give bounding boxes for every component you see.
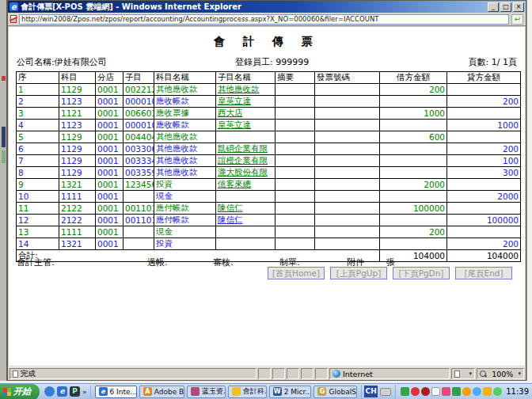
shield-green-icon[interactable] (452, 387, 461, 396)
antivirus-icon[interactable] (421, 387, 430, 396)
cell-debit: 200 (380, 84, 447, 96)
globalscape-icon: G (317, 387, 326, 396)
contact-icon[interactable] (442, 387, 450, 396)
task-word-group[interactable]: W 2 Micr... ▾ (269, 386, 312, 398)
sign-audit: 審核: (213, 256, 234, 268)
end-page-button[interactable]: [尾頁End] (455, 267, 512, 279)
header-debit: 借方金額 (380, 72, 447, 84)
cell-subject_name: 現金 (154, 226, 216, 238)
cell-debit (380, 191, 447, 203)
system-tray: 11:39 (395, 385, 532, 399)
cell-branch: 0001 (96, 203, 124, 215)
table-row: 311210001006603應收票據西大店1000 (17, 108, 521, 120)
cell-credit: 200 (447, 143, 521, 155)
go-button[interactable]: ↩ (511, 14, 523, 25)
cell-subject_name: 其他應收款 (154, 84, 216, 96)
start-button[interactable]: 开始 (0, 384, 40, 399)
task-globalscape[interactable]: G GlobalS... (314, 386, 357, 398)
maximize-button[interactable]: □ (500, 2, 511, 12)
folder-sync-icon[interactable] (401, 387, 409, 396)
cell-subject_name: 應收帳款 (154, 96, 216, 108)
cell-debit (380, 155, 447, 167)
status-segment-empty (301, 368, 314, 379)
page-down-button[interactable]: [下頁PgDn] (393, 267, 450, 279)
shield-yellow-icon[interactable] (483, 387, 492, 396)
zoom-level: 100% (492, 370, 513, 378)
cell-sub_name (216, 238, 276, 250)
cell-subject: 1123 (59, 96, 96, 108)
cell-subject: 1121 (59, 108, 96, 120)
cell-branch: 0001 (96, 226, 124, 238)
cell-sub_name[interactable]: 瀧大股份有限 (216, 167, 276, 179)
cell-sub_name[interactable]: 陳信仁 (216, 215, 276, 226)
cell-debit (380, 96, 447, 108)
cell-invoice (315, 179, 380, 191)
cell-sub: 004404 (124, 131, 154, 143)
language-indicator[interactable]: CH (364, 386, 378, 397)
task-lanyu-app[interactable]: 蓝玉资... (187, 386, 226, 398)
cell-sub_name[interactable]: 凱碩企業有限 (216, 143, 276, 155)
cell-branch: 0001 (96, 108, 124, 120)
cell-sub_name[interactable]: 陳信仁 (216, 203, 276, 215)
task-accounting-folder[interactable]: 會計科... (228, 386, 267, 398)
task-label: Adobe B... (154, 388, 184, 396)
page-title: 會 計 傳 票 (9, 35, 525, 49)
clock[interactable]: 11:39 (506, 387, 529, 396)
fox-icon[interactable] (462, 387, 471, 396)
home-page-button[interactable]: [首頁Home] (268, 267, 325, 279)
app-icon (191, 387, 200, 396)
task-label: 2 Micr... (284, 388, 312, 396)
cell-invoice (315, 155, 380, 167)
cell-summary (276, 226, 315, 238)
cell-credit: 1000 (447, 120, 521, 131)
photoshop-icon[interactable]: P (70, 386, 80, 397)
table-row: 1011110001現金2000 (17, 191, 521, 203)
notes-icon[interactable] (431, 387, 440, 396)
header-subject-name: 科目名稱 (154, 72, 216, 84)
url-input[interactable]: http://win2008/Zpos.net/zpos/report/acco… (19, 14, 509, 25)
cell-summary (276, 143, 315, 155)
printer-icon[interactable] (380, 388, 391, 396)
status-segment-empty (258, 368, 271, 379)
cell-branch: 0001 (96, 238, 124, 250)
quick-launch: e P » (41, 386, 91, 398)
cell-invoice (315, 191, 380, 203)
network-icon[interactable] (473, 387, 481, 396)
qq-icon[interactable] (411, 387, 420, 396)
zoom-control[interactable]: 100% ▾ (477, 368, 524, 379)
overflow-chevron-icon[interactable]: » (82, 388, 87, 396)
cell-branch: 0001 (96, 96, 124, 108)
voucher-table: 序 科目 分店 子目 科目名稱 子目名稱 摘要 發票號碼 借方金額 貸方金額 1… (16, 71, 521, 262)
cell-summary (276, 84, 315, 96)
cell-branch: 0001 (96, 84, 124, 96)
minimize-button[interactable]: _ (488, 2, 499, 12)
cell-sub_name[interactable]: 皇英立達 (216, 96, 276, 108)
ie-icon: e (10, 2, 18, 11)
cell-subject_name: 應付帳款 (154, 215, 216, 226)
ie-icon[interactable]: e (57, 386, 67, 397)
task-adobe[interactable]: A Adobe B... (139, 386, 184, 398)
zone-label: Internet (343, 370, 373, 378)
task-ie-group[interactable]: e 6 Inte... ▾ (95, 386, 137, 398)
cell-sub_name[interactable]: 誼橙企業有限 (216, 155, 276, 167)
update-icon[interactable] (493, 387, 502, 396)
cell-sub_name[interactable]: 皇英立達 (216, 120, 276, 131)
page-up-button[interactable]: [上頁PgUp] (330, 267, 387, 279)
cell-sub_name[interactable]: 西大店 (216, 108, 276, 120)
cell-invoice (315, 167, 380, 179)
messenger-icon[interactable] (44, 386, 55, 397)
cell-branch: 0001 (96, 143, 124, 155)
close-button[interactable]: × (513, 2, 524, 12)
cell-seq: 13 (17, 226, 59, 238)
task-label: 6 Inte... (110, 388, 137, 396)
cell-debit (380, 238, 447, 250)
protected-mode-segment[interactable]: ▾ (451, 368, 475, 379)
cell-debit (380, 143, 447, 155)
cell-debit (380, 167, 447, 179)
cell-sub_name[interactable]: 其他應收款 (216, 84, 276, 96)
adobe-icon: A (143, 387, 152, 396)
cell-seq: 2 (17, 96, 59, 108)
cell-summary (276, 179, 315, 191)
cell-sub_name[interactable]: 億客來總 (216, 179, 276, 191)
document-icon (13, 370, 18, 378)
